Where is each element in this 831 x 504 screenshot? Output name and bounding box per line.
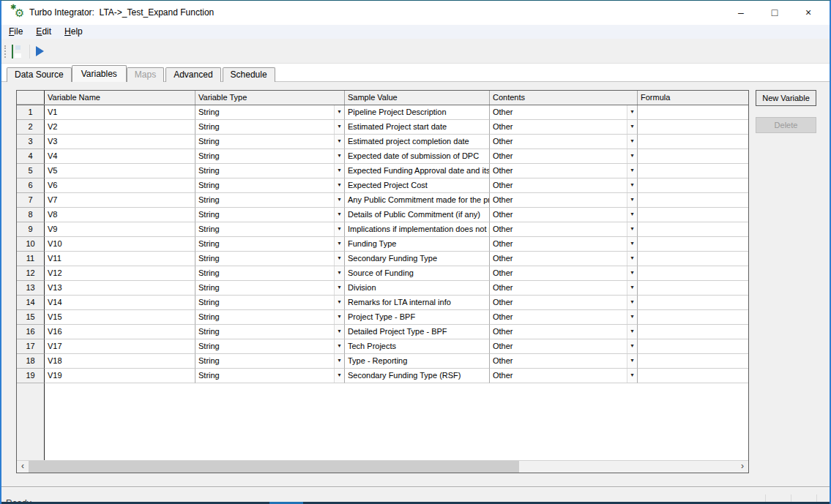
contents-dropdown[interactable]: Other ▾ <box>490 120 638 135</box>
menu-edit[interactable]: Edit <box>29 26 58 38</box>
formula-cell[interactable] <box>638 296 748 310</box>
variable-name-cell[interactable]: V1 <box>45 105 195 120</box>
formula-cell[interactable] <box>638 105 748 120</box>
variable-type-dropdown[interactable]: String ▾ <box>195 310 345 325</box>
row-number-cell[interactable]: 9 <box>17 222 45 237</box>
variable-name-cell[interactable]: V19 <box>45 369 195 383</box>
contents-dropdown[interactable]: Other ▾ <box>490 208 638 222</box>
tab-data-source[interactable]: Data Source <box>7 67 72 82</box>
chevron-down-icon[interactable]: ▾ <box>627 164 637 178</box>
chevron-down-icon[interactable]: ▾ <box>334 222 344 236</box>
sample-value-cell[interactable]: Expected Project Cost <box>345 178 490 193</box>
chevron-down-icon[interactable]: ▾ <box>334 310 344 324</box>
sample-value-cell[interactable]: Estimated project completion date <box>345 135 490 149</box>
formula-cell[interactable] <box>638 354 748 369</box>
row-number-cell[interactable]: 13 <box>17 281 45 296</box>
row-number-cell[interactable]: 11 <box>17 252 45 266</box>
formula-cell[interactable] <box>638 178 748 193</box>
formula-cell[interactable] <box>638 193 748 208</box>
variable-name-cell[interactable]: V15 <box>45 310 195 325</box>
chevron-down-icon[interactable]: ▾ <box>334 178 344 192</box>
formula-cell[interactable] <box>638 310 748 325</box>
formula-cell[interactable] <box>638 120 748 135</box>
formula-cell[interactable] <box>638 339 748 354</box>
sample-value-cell[interactable]: Source of Funding <box>345 266 490 281</box>
row-number-cell[interactable]: 4 <box>17 149 45 164</box>
variable-name-cell[interactable]: V16 <box>45 325 195 339</box>
sample-value-cell[interactable]: Detailed Project Type - BPF <box>345 325 490 339</box>
row-number-cell[interactable]: 18 <box>17 354 45 369</box>
variable-name-cell[interactable]: V5 <box>45 164 195 178</box>
chevron-down-icon[interactable]: ▾ <box>334 369 344 383</box>
variable-name-cell[interactable]: V8 <box>45 208 195 222</box>
chevron-down-icon[interactable]: ▾ <box>334 281 344 295</box>
contents-dropdown[interactable]: Other ▾ <box>490 354 638 369</box>
variable-type-dropdown[interactable]: String ▾ <box>195 120 345 135</box>
chevron-down-icon[interactable]: ▾ <box>627 193 637 207</box>
variable-name-cell[interactable]: V7 <box>45 193 195 208</box>
chevron-down-icon[interactable]: ▾ <box>334 105 344 119</box>
row-number-cell[interactable]: 3 <box>17 135 45 149</box>
chevron-down-icon[interactable]: ▾ <box>627 208 637 222</box>
contents-dropdown[interactable]: Other ▾ <box>490 135 638 149</box>
formula-cell[interactable] <box>638 222 748 237</box>
variable-type-dropdown[interactable]: String ▾ <box>195 266 345 281</box>
scroll-left-icon[interactable]: ‹ <box>17 461 29 473</box>
variable-name-cell[interactable]: V12 <box>45 266 195 281</box>
chevron-down-icon[interactable]: ▾ <box>627 135 637 148</box>
formula-cell[interactable] <box>638 266 748 281</box>
row-number-cell[interactable]: 16 <box>17 325 45 339</box>
formula-cell[interactable] <box>638 149 748 164</box>
variable-type-dropdown[interactable]: String ▾ <box>195 325 345 339</box>
formula-cell[interactable] <box>638 208 748 222</box>
row-number-cell[interactable]: 19 <box>17 369 45 383</box>
chevron-down-icon[interactable]: ▾ <box>627 325 637 339</box>
variable-name-cell[interactable]: V18 <box>45 354 195 369</box>
tab-schedule[interactable]: Schedule <box>223 67 275 82</box>
chevron-down-icon[interactable]: ▾ <box>627 266 637 280</box>
contents-dropdown[interactable]: Other ▾ <box>490 178 638 193</box>
scroll-right-icon[interactable]: › <box>737 461 748 473</box>
sample-value-cell[interactable]: Details of Public Commitment (if any) <box>345 208 490 222</box>
variable-type-dropdown[interactable]: String ▾ <box>195 105 345 120</box>
chevron-down-icon[interactable]: ▾ <box>627 354 637 368</box>
row-number-cell[interactable]: 14 <box>17 296 45 310</box>
minimize-button[interactable]: – <box>724 1 758 25</box>
chevron-down-icon[interactable]: ▾ <box>334 164 344 178</box>
contents-dropdown[interactable]: Other ▾ <box>490 325 638 339</box>
close-button[interactable]: × <box>791 1 825 25</box>
contents-dropdown[interactable]: Other ▾ <box>490 105 638 120</box>
sample-value-cell[interactable]: Secondary Funding Type (RSF) <box>345 369 490 383</box>
variable-type-dropdown[interactable]: String ▾ <box>195 164 345 178</box>
tab-advanced[interactable]: Advanced <box>165 67 220 82</box>
chevron-down-icon[interactable]: ▾ <box>627 369 637 383</box>
variable-type-dropdown[interactable]: String ▾ <box>195 193 345 208</box>
variable-name-cell[interactable]: V14 <box>45 296 195 310</box>
sample-value-cell[interactable]: Implications if implementation does not … <box>345 222 490 237</box>
chevron-down-icon[interactable]: ▾ <box>334 339 344 353</box>
maximize-button[interactable]: □ <box>758 1 791 25</box>
row-number-cell[interactable]: 1 <box>17 105 45 120</box>
row-number-cell[interactable]: 7 <box>17 193 45 208</box>
row-number-cell[interactable]: 12 <box>17 266 45 281</box>
variable-name-cell[interactable]: V2 <box>45 120 195 135</box>
row-number-cell[interactable]: 6 <box>17 178 45 193</box>
row-number-cell[interactable]: 15 <box>17 310 45 325</box>
variable-name-cell[interactable]: V4 <box>45 149 195 164</box>
chevron-down-icon[interactable]: ▾ <box>627 339 637 353</box>
chevron-down-icon[interactable]: ▾ <box>334 149 344 163</box>
chevron-down-icon[interactable]: ▾ <box>627 105 637 119</box>
formula-cell[interactable] <box>638 237 748 252</box>
formula-cell[interactable] <box>638 325 748 339</box>
row-number-cell[interactable]: 10 <box>17 237 45 252</box>
chevron-down-icon[interactable]: ▾ <box>627 149 637 163</box>
chevron-down-icon[interactable]: ▾ <box>627 120 637 134</box>
contents-dropdown[interactable]: Other ▾ <box>490 296 638 310</box>
chevron-down-icon[interactable]: ▾ <box>627 222 637 236</box>
chevron-down-icon[interactable]: ▾ <box>334 296 344 309</box>
sample-value-cell[interactable]: Secondary Funding Type <box>345 252 490 266</box>
variable-type-dropdown[interactable]: String ▾ <box>195 354 345 369</box>
variable-name-cell[interactable]: V10 <box>45 237 195 252</box>
scrollbar-thumb[interactable] <box>29 461 519 473</box>
variable-name-cell[interactable]: V11 <box>45 252 195 266</box>
